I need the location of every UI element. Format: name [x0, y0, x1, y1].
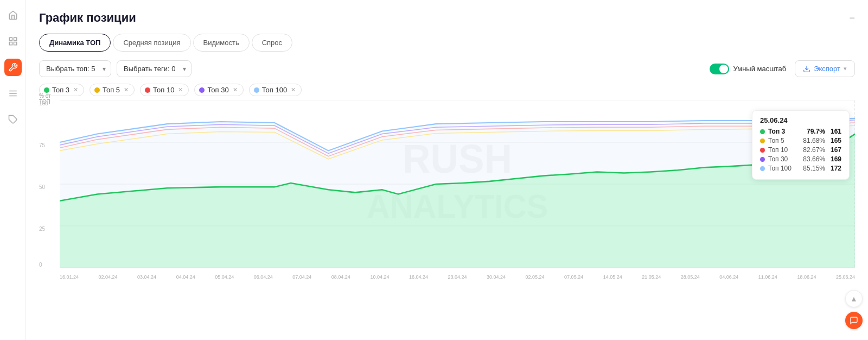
- tooltip-val-top100: 172: [828, 165, 841, 172]
- tooltip-val-top5: 165: [828, 137, 841, 144]
- x-label-7: 07.04.24: [292, 274, 311, 280]
- smart-scale-label: Умный масштаб: [733, 65, 787, 73]
- svg-rect-1: [14, 37, 16, 40]
- x-label-17: 28.05.24: [681, 274, 700, 280]
- chat-button[interactable]: [845, 312, 863, 329]
- x-label-15: 14.05.24: [603, 274, 622, 280]
- chat-icon: [850, 316, 858, 325]
- collapse-button[interactable]: −: [849, 12, 855, 24]
- tooltip-pct-top30: 83.66%: [801, 155, 825, 163]
- tooltip-name-top3: Топ 3: [768, 128, 798, 135]
- legend-dot-top5: [94, 87, 100, 93]
- smart-scale-control: Умный масштаб: [710, 64, 787, 74]
- tooltip-name-top10: Топ 10: [768, 146, 798, 154]
- grid-icon[interactable]: [4, 33, 22, 50]
- legend-dot-top30: [199, 87, 205, 93]
- sidebar: [0, 0, 26, 340]
- page-title: График позиции: [39, 11, 136, 25]
- svg-rect-3: [9, 42, 12, 45]
- x-label-3: 03.04.24: [137, 274, 156, 280]
- tabs-row: Динамика ТОП Средняя позиция Видимость С…: [39, 34, 855, 52]
- tool-icon[interactable]: [4, 59, 22, 76]
- tooltip-pct-top100: 85.15%: [801, 165, 825, 172]
- x-label-19: 11.06.24: [758, 274, 777, 280]
- controls-row: Выбрать топ: 5 Выбрать теги: 0 Умный мас…: [39, 60, 855, 77]
- x-label-11: 23.04.24: [448, 274, 467, 280]
- y-tick-100: 100: [39, 100, 48, 106]
- chart-tooltip: 25.06.24 Топ 3 79.7% 161 Топ 5 81.68% 16…: [752, 110, 850, 180]
- page-header: График позиции −: [39, 11, 855, 25]
- svg-rect-0: [9, 37, 12, 40]
- tooltip-row-top10: Топ 10 82.67% 167: [760, 146, 841, 154]
- scroll-up-button[interactable]: ▲: [845, 290, 863, 307]
- chart-svg-wrapper: RUSH ANALYTICS: [60, 100, 855, 268]
- x-label-2: 02.04.24: [99, 274, 118, 280]
- tooltip-val-top3: 161: [828, 128, 841, 135]
- export-button[interactable]: Экспорт ▾: [795, 60, 855, 77]
- x-label-6: 06.04.24: [254, 274, 273, 280]
- chart-inner: % от ТОП 100 75 50 25 0 RUSH ANA: [39, 100, 855, 268]
- legend-close-top5[interactable]: ✕: [124, 86, 129, 93]
- select-tags-wrapper: Выбрать теги: 0: [117, 60, 192, 77]
- tooltip-pct-top5: 81.68%: [801, 137, 825, 144]
- legend-label-top5: Топ 5: [103, 86, 120, 94]
- list-icon[interactable]: [4, 85, 22, 102]
- x-label-5: 05.04.24: [215, 274, 234, 280]
- export-icon: [803, 65, 810, 73]
- legend-top30: Топ 30 ✕: [194, 84, 243, 96]
- tooltip-pct-top10: 82.67%: [801, 146, 825, 154]
- tooltip-row-top3: Топ 3 79.7% 161: [760, 128, 841, 135]
- tooltip-pct-top3: 79.7%: [801, 128, 825, 135]
- x-axis: 16.01.24 02.04.24 03.04.24 04.04.24 05.0…: [60, 274, 855, 280]
- tooltip-name-top30: Топ 30: [768, 155, 798, 163]
- tooltip-dot-top3: [760, 129, 765, 134]
- tooltip-val-top30: 169: [828, 155, 841, 163]
- legend-top100: Топ 100 ✕: [249, 84, 302, 96]
- x-label-9: 10.04.24: [370, 274, 389, 280]
- select-top-wrapper: Выбрать топ: 5: [39, 60, 111, 77]
- y-tick-75: 75: [39, 142, 45, 148]
- legend-row: Топ 3 ✕ Топ 5 ✕ Топ 10 ✕ Топ 30 ✕ Топ 10…: [39, 84, 855, 96]
- y-tick-0: 0: [39, 262, 42, 268]
- tab-demand[interactable]: Спрос: [252, 34, 292, 52]
- legend-close-top3[interactable]: ✕: [73, 86, 78, 93]
- legend-label-top10: Топ 10: [153, 86, 174, 94]
- chart-container: % от ТОП 100 75 50 25 0 RUSH ANA: [39, 100, 855, 280]
- select-top[interactable]: Выбрать топ: 5: [39, 60, 111, 77]
- home-icon[interactable]: [4, 7, 22, 24]
- x-label-20: 18.06.24: [797, 274, 816, 280]
- legend-top5: Топ 5 ✕: [90, 84, 135, 96]
- select-tags[interactable]: Выбрать теги: 0: [117, 60, 192, 77]
- legend-dot-top3: [44, 87, 49, 93]
- tooltip-row-top30: Топ 30 83.66% 169: [760, 155, 841, 163]
- tooltip-date: 25.06.24: [760, 116, 841, 124]
- tab-avg-position[interactable]: Средняя позиция: [113, 34, 190, 52]
- tooltip-row-top100: Топ 100 85.15% 172: [760, 165, 841, 172]
- legend-label-top100: Топ 100: [262, 86, 288, 94]
- tag-icon[interactable]: [4, 111, 22, 128]
- tooltip-dot-top5: [760, 138, 765, 143]
- x-label-16: 21.05.24: [642, 274, 661, 280]
- tooltip-dot-top10: [760, 148, 765, 153]
- export-chevron-icon: ▾: [844, 65, 847, 72]
- legend-close-top10[interactable]: ✕: [178, 86, 183, 93]
- legend-label-top30: Топ 30: [207, 86, 228, 94]
- tooltip-dot-top100: [760, 166, 765, 171]
- legend-close-top30[interactable]: ✕: [233, 86, 238, 93]
- x-label-10: 16.04.24: [409, 274, 428, 280]
- svg-rect-2: [14, 42, 16, 45]
- x-label-18: 04.06.24: [719, 274, 738, 280]
- tab-visibility[interactable]: Видимость: [193, 34, 250, 52]
- smart-scale-toggle[interactable]: [710, 64, 729, 74]
- tab-dynamics[interactable]: Динамика ТОП: [39, 34, 111, 52]
- y-axis: % от ТОП 100 75 50 25 0: [39, 100, 60, 268]
- tooltip-name-top5: Топ 5: [768, 137, 798, 144]
- tooltip-dot-top30: [760, 157, 765, 162]
- controls-left: Выбрать топ: 5 Выбрать теги: 0: [39, 60, 192, 77]
- chart-svg: RUSH ANALYTICS: [60, 100, 855, 268]
- controls-right: Умный масштаб Экспорт ▾: [710, 60, 855, 77]
- y-tick-25: 25: [39, 226, 45, 232]
- x-label-1: 16.01.24: [60, 274, 79, 280]
- legend-dot-top10: [145, 87, 150, 93]
- legend-close-top100[interactable]: ✕: [291, 86, 296, 93]
